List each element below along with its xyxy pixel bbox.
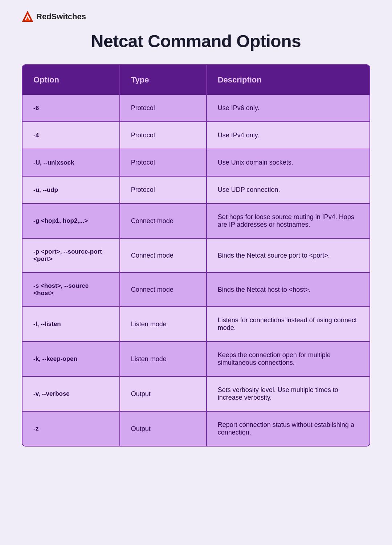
table-wrapper: Option Type Description -6ProtocolUse IP… — [22, 64, 370, 447]
cell-description: Binds the Netcat source port to <port>. — [207, 238, 369, 272]
cell-type: Connect mode — [120, 272, 207, 307]
table-row: -zOutputReport connection status without… — [23, 411, 369, 446]
cell-option: -p <port>, --source-port <port> — [23, 238, 120, 272]
cell-type: Listen mode — [120, 342, 207, 376]
header-option: Option — [23, 65, 120, 95]
table-row: -v, --verboseOutputSets verbosity level.… — [23, 376, 369, 411]
table-row: -4ProtocolUse IPv4 only. — [23, 122, 369, 149]
cell-description: Use IPv6 only. — [207, 95, 369, 122]
cell-option: -g <hop1, hop2,...> — [23, 203, 120, 238]
cell-description: Keeps the connection open for multiple s… — [207, 342, 369, 376]
cell-type: Protocol — [120, 122, 207, 149]
cell-option: -4 — [23, 122, 120, 149]
cell-type: Output — [120, 376, 207, 411]
cell-type: Protocol — [120, 95, 207, 122]
table-row: -s <host>, --source <host>Connect modeBi… — [23, 272, 369, 307]
table-row: -6ProtocolUse IPv6 only. — [23, 95, 369, 122]
cell-description: Use UDP connection. — [207, 176, 369, 203]
cell-type: Connect mode — [120, 238, 207, 272]
table-header-row: Option Type Description — [23, 65, 369, 95]
cell-description: Set hops for loose source routing in IPv… — [207, 203, 369, 238]
cell-option: -v, --verbose — [23, 376, 120, 411]
table-row: -l, --listenListen modeListens for conne… — [23, 307, 369, 342]
logo-text: RedSwitches — [36, 12, 86, 21]
cell-description: Sets verbosity level. Use multiple times… — [207, 376, 369, 411]
cell-option: -U, --unixsock — [23, 149, 120, 176]
cell-option: -z — [23, 411, 120, 446]
cell-description: Report connection status without establi… — [207, 411, 369, 446]
cell-option: -l, --listen — [23, 307, 120, 342]
cell-option: -k, --keep-open — [23, 342, 120, 376]
redswitches-logo-icon — [22, 11, 33, 23]
netcat-options-table: Option Type Description -6ProtocolUse IP… — [23, 65, 369, 446]
cell-type: Listen mode — [120, 307, 207, 342]
logo-area: RedSwitches — [22, 11, 370, 23]
page-title: Netcat Command Options — [22, 31, 370, 51]
table-row: -u, --udpProtocolUse UDP connection. — [23, 176, 369, 203]
table-row: -p <port>, --source-port <port>Connect m… — [23, 238, 369, 272]
table-row: -k, --keep-openListen modeKeeps the conn… — [23, 342, 369, 376]
table-row: -g <hop1, hop2,...>Connect modeSet hops … — [23, 203, 369, 238]
cell-type: Connect mode — [120, 203, 207, 238]
cell-description: Use Unix domain sockets. — [207, 149, 369, 176]
cell-description: Listens for connections instead of using… — [207, 307, 369, 342]
cell-option: -6 — [23, 95, 120, 122]
cell-type: Output — [120, 411, 207, 446]
header-description: Description — [207, 65, 369, 95]
table-row: -U, --unixsockProtocolUse Unix domain so… — [23, 149, 369, 176]
svg-marker-1 — [25, 17, 30, 21]
cell-option: -s <host>, --source <host> — [23, 272, 120, 307]
header-type: Type — [120, 65, 207, 95]
cell-option: -u, --udp — [23, 176, 120, 203]
cell-description: Binds the Netcat host to <host>. — [207, 272, 369, 307]
cell-type: Protocol — [120, 176, 207, 203]
cell-description: Use IPv4 only. — [207, 122, 369, 149]
cell-type: Protocol — [120, 149, 207, 176]
